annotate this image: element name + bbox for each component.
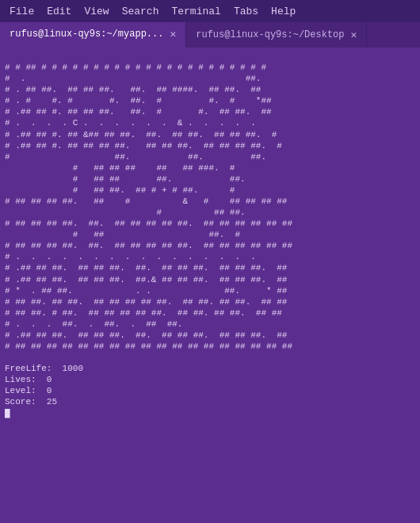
menu-help[interactable]: Help xyxy=(265,4,302,19)
menu-file[interactable]: File xyxy=(3,4,40,19)
menu-search[interactable]: Search xyxy=(116,4,166,19)
tab-1-close[interactable]: ✕ xyxy=(351,30,357,40)
menu-tabs[interactable]: Tabs xyxy=(227,4,265,19)
tab-1-label: rufus@linux-qy9s:~/Desktop xyxy=(196,29,344,40)
tab-0[interactable]: rufus@linux-qy9s:~/myapp... ✕ xyxy=(0,22,186,48)
menubar: File Edit View Search Terminal Tabs Help xyxy=(0,0,420,22)
terminal-text: # # ## # # # # # # # # # # # # # # # # #… xyxy=(5,63,292,418)
tab-0-label: rufus@linux-qy9s:~/myapp... xyxy=(10,29,163,40)
menu-terminal[interactable]: Terminal xyxy=(165,4,227,19)
tabbar: rufus@linux-qy9s:~/myapp... ✕ rufus@linu… xyxy=(0,22,420,48)
menu-edit[interactable]: Edit xyxy=(40,4,78,19)
tab-1[interactable]: rufus@linux-qy9s:~/Desktop ✕ xyxy=(186,22,367,48)
menu-view[interactable]: View xyxy=(78,4,115,19)
terminal-content[interactable]: # # ## # # # # # # # # # # # # # # # # #… xyxy=(0,48,420,523)
tab-0-close[interactable]: ✕ xyxy=(170,29,176,40)
